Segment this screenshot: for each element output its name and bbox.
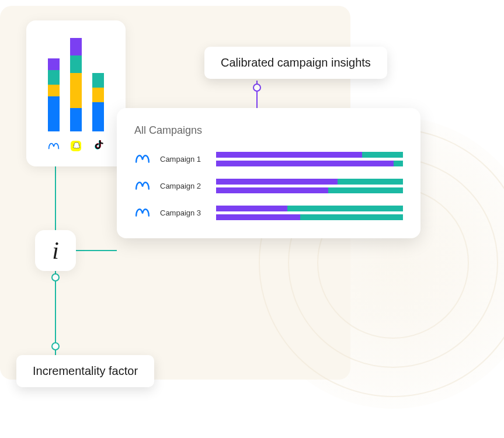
- bar-segment: [92, 102, 104, 131]
- stacked-bars-area: [48, 32, 104, 131]
- hbar: [216, 214, 403, 220]
- incrementality-factor-label: Incrementality factor: [16, 355, 154, 387]
- meta-icon: [134, 151, 151, 167]
- bar-segment: [70, 73, 82, 108]
- stacked-bar: [48, 58, 60, 131]
- incrementality-factor-card: i: [35, 230, 76, 271]
- snapchat-icon: [70, 140, 82, 152]
- meta-icon: [134, 204, 151, 221]
- campaign-bars: [216, 152, 403, 166]
- campaigns-card: All Campaigns Campaign 1Campaign 2Campai…: [117, 108, 420, 238]
- meta-icon: [134, 178, 151, 194]
- hbar: [216, 206, 403, 211]
- bar-segment: [48, 58, 60, 70]
- hbar: [216, 187, 403, 193]
- bar-segment: [92, 73, 104, 88]
- bar-segment: [48, 70, 60, 85]
- campaign-bars: [216, 179, 403, 193]
- stacked-bar: [70, 38, 82, 131]
- bar-segment: [70, 55, 82, 73]
- campaign-label: Campaign 1: [160, 155, 207, 164]
- bar-segment: [92, 88, 104, 102]
- campaign-row: Campaign 2: [134, 178, 403, 194]
- campaign-row: Campaign 3: [134, 204, 403, 221]
- calibrated-insights-label: Calibrated campaign insights: [204, 47, 387, 79]
- campaign-bars: [216, 206, 403, 220]
- stacked-bar: [92, 73, 104, 131]
- bar-segment: [70, 38, 82, 55]
- hbar: [216, 152, 403, 158]
- i-glyph: i: [52, 237, 59, 265]
- platform-stacked-chart-card: [26, 20, 126, 166]
- platform-icon-row: [48, 140, 104, 152]
- hbar: [216, 161, 403, 166]
- campaign-row: Campaign 1: [134, 151, 403, 167]
- campaigns-title: All Campaigns: [134, 124, 403, 137]
- campaign-label: Campaign 2: [160, 182, 207, 190]
- tiktok-icon: [92, 140, 104, 152]
- campaign-label: Campaign 3: [160, 208, 207, 217]
- bar-segment: [70, 108, 82, 131]
- meta-icon: [48, 140, 60, 152]
- bar-segment: [48, 85, 60, 96]
- bar-segment: [48, 96, 60, 131]
- hbar: [216, 179, 403, 185]
